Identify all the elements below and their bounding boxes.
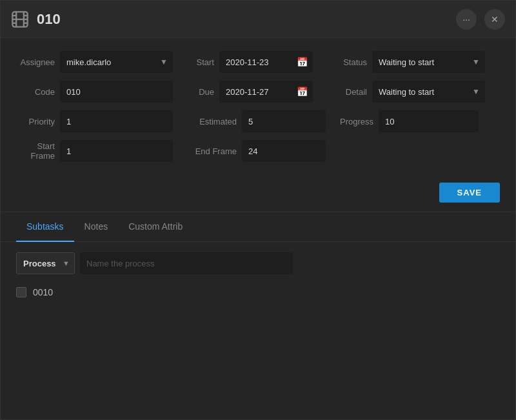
process-select[interactable]: Process — [16, 252, 75, 274]
save-row: SAVE — [1, 180, 515, 212]
title-left: 010 — [11, 10, 61, 28]
col-start: Start 📅 — [195, 51, 330, 73]
subtask-label: 0010 — [33, 287, 53, 297]
col-assignee: Assignee mike.dicarlo ▼ — [16, 51, 187, 73]
estimated-input[interactable] — [242, 110, 326, 132]
save-button[interactable]: SAVE — [439, 183, 500, 203]
subtask-item: 0010 — [16, 285, 500, 300]
code-label: Code — [16, 87, 55, 97]
col-priority: Priority — [16, 110, 187, 132]
detail-select[interactable]: Waiting to start — [372, 81, 485, 103]
process-name-input[interactable] — [80, 252, 293, 274]
status-select[interactable]: Waiting to start — [372, 51, 485, 73]
col-estimated: Estimated — [195, 110, 330, 132]
col-code: Code — [16, 81, 187, 103]
film-icon — [11, 10, 29, 28]
main-window: 010 ··· ✕ Assignee mike.dicarlo ▼ Start — [0, 0, 516, 420]
assignee-label: Assignee — [16, 57, 55, 67]
end-frame-label: End Frame — [195, 146, 237, 156]
assignee-wrapper: mike.dicarlo ▼ — [60, 51, 173, 73]
end-frame-input[interactable] — [242, 140, 326, 162]
col-detail: Detail Waiting to start ▼ — [338, 81, 500, 103]
start-date-wrapper: 📅 — [219, 51, 313, 73]
tab-custom-attrib[interactable]: Custom Attrib — [118, 212, 193, 242]
more-button[interactable]: ··· — [456, 9, 477, 30]
tab-notes[interactable]: Notes — [74, 212, 119, 242]
start-frame-label: Start Frame — [16, 141, 55, 161]
start-label: Start — [195, 57, 214, 67]
priority-label: Priority — [16, 117, 55, 126]
progress-label: Progress — [338, 117, 373, 126]
col-due: Due 📅 — [195, 81, 330, 103]
col-endframe: End Frame — [195, 140, 330, 162]
start-date-input[interactable] — [219, 51, 313, 73]
title-bar: 010 ··· ✕ — [1, 1, 515, 38]
due-label: Due — [195, 87, 214, 97]
assignee-select[interactable]: mike.dicarlo — [60, 51, 173, 73]
detail-wrapper: Waiting to start ▼ — [372, 81, 485, 103]
estimated-label: Estimated — [195, 117, 237, 126]
col-startframe: Start Frame — [16, 140, 187, 162]
detail-label: Detail — [338, 87, 367, 97]
col-progress: Progress — [338, 110, 500, 132]
form-row-4: Start Frame End Frame — [16, 140, 500, 162]
due-date-wrapper: 📅 — [219, 81, 313, 103]
close-button[interactable]: ✕ — [484, 9, 505, 30]
code-input[interactable] — [60, 81, 173, 103]
subtask-checkbox[interactable] — [16, 287, 26, 297]
form-area: Assignee mike.dicarlo ▼ Start 📅 Status — [1, 38, 515, 180]
form-row-3: Priority Estimated Progress — [16, 110, 500, 132]
subtasks-tab-content: Process ▼ 0010 — [1, 242, 515, 419]
form-row-1: Assignee mike.dicarlo ▼ Start 📅 Status — [16, 51, 500, 73]
progress-input[interactable] — [379, 110, 479, 132]
process-select-wrapper: Process ▼ — [16, 252, 75, 274]
tab-subtasks[interactable]: Subtasks — [16, 212, 74, 242]
status-label: Status — [338, 57, 367, 67]
tabs-bar: Subtasks Notes Custom Attrib — [1, 212, 515, 242]
window-title: 010 — [37, 11, 61, 28]
priority-input[interactable] — [60, 110, 173, 132]
status-wrapper: Waiting to start ▼ — [372, 51, 485, 73]
title-actions: ··· ✕ — [456, 9, 505, 30]
start-frame-input[interactable] — [60, 140, 173, 162]
col-status: Status Waiting to start ▼ — [338, 51, 500, 73]
form-row-2: Code Due 📅 Detail Waiting to start ▼ — [16, 81, 500, 103]
due-date-input[interactable] — [219, 81, 313, 103]
subtask-input-row: Process ▼ — [16, 252, 500, 274]
